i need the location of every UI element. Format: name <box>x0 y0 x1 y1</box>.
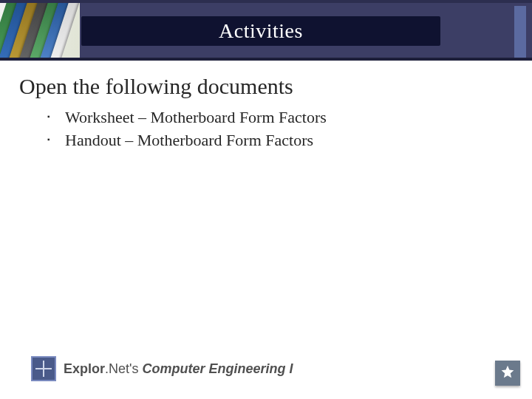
header-accent-bar <box>514 6 526 61</box>
star-icon <box>500 364 515 382</box>
logo-icon <box>31 356 56 381</box>
list-item: Worksheet – Motherboard Form Factors <box>65 106 513 129</box>
star-tile <box>495 361 520 386</box>
cable-image <box>0 3 80 61</box>
list-item: Handout – Motherboard Form Factors <box>65 129 513 152</box>
bullet-list: Worksheet – Motherboard Form Factors Han… <box>19 106 513 152</box>
slide-title-pill: Activities <box>81 16 440 46</box>
header-band: Activities <box>0 0 532 58</box>
slide-body: Open the following documents Worksheet –… <box>19 74 513 152</box>
header-underline <box>0 58 532 61</box>
brand-prefix: Explor <box>64 361 105 376</box>
footer-logo: Explor.Net's Computer Engineering I <box>31 356 293 381</box>
body-heading: Open the following documents <box>19 74 513 99</box>
brand-mid: Net's <box>109 361 142 376</box>
slide-title: Activities <box>219 19 303 43</box>
logo-text: Explor.Net's Computer Engineering I <box>64 361 293 377</box>
brand-suffix: Computer Engineering I <box>142 361 293 376</box>
